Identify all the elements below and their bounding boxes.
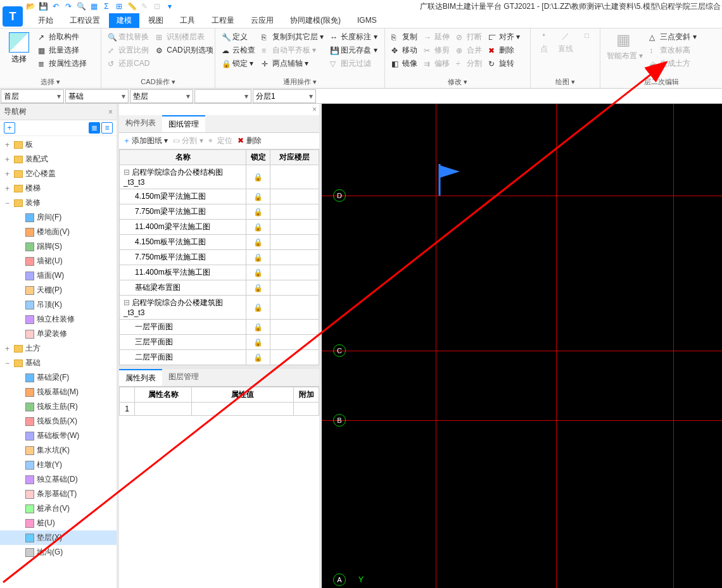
rect-button[interactable]: □ [581, 31, 593, 54]
sum-icon[interactable]: Σ [101, 1, 111, 11]
tree-group[interactable]: +装配式 [0, 152, 117, 166]
menu-start[interactable]: 开始 [30, 13, 61, 28]
break-button[interactable]: ⊘打断 [455, 31, 483, 43]
save-icon[interactable]: 💾 [38, 1, 48, 11]
split-button[interactable]: ÷分割 [455, 58, 483, 70]
locate-button[interactable]: ⌖定位 [208, 135, 232, 146]
more-icon[interactable]: ▾ [165, 1, 175, 11]
tree-group[interactable]: −装修 [0, 196, 117, 210]
align-button[interactable]: ⫍对齐 ▾ [487, 31, 521, 43]
drawing-row[interactable]: ⊟ 启程学院综合办公楼建筑图_t3_t3🔒 [120, 296, 319, 320]
undo-icon[interactable]: ↶ [51, 1, 61, 11]
define-button[interactable]: 🔧定义 [220, 31, 256, 43]
tree-item[interactable]: 墙面(W) [0, 268, 117, 283]
drawing-row[interactable]: 7.750m梁平法施工图🔒 [120, 204, 319, 220]
drawing-row[interactable]: 4.150m板平法施工图🔒 [120, 235, 319, 250]
lock-button[interactable]: 🔒锁定 ▾ [220, 58, 256, 70]
list-view-button[interactable]: ≣ [89, 122, 100, 134]
three-point-slope-button[interactable]: △三点变斜 ▾ [648, 31, 697, 43]
drawing-row[interactable]: 11.400m板平法施工图🔒 [120, 265, 319, 280]
tree-item[interactable]: 垫层(X) [0, 530, 117, 545]
drawing-row[interactable]: ⊟ 启程学院综合办公楼结构图_t3_t3🔒 [120, 165, 319, 189]
tree-item[interactable]: 房间(F) [0, 210, 117, 225]
tree-group[interactable]: +土方 [0, 341, 117, 356]
floor-selector[interactable]: 首层▾ [1, 89, 64, 103]
tree-item[interactable]: 集水坑(K) [0, 443, 117, 458]
tree-item[interactable]: 基础梁(F) [0, 370, 117, 385]
tab-components[interactable]: 构件列表 [119, 115, 162, 132]
edit-icon[interactable]: ✎ [139, 1, 149, 11]
lock-cell[interactable]: 🔒 [246, 204, 270, 220]
point-button[interactable]: •点 [538, 31, 550, 54]
cloud-check-button[interactable]: ☁云检查 [220, 44, 256, 56]
tree-item[interactable]: 踢脚(S) [0, 239, 117, 254]
tree-item[interactable]: 天棚(P) [0, 283, 117, 297]
tab-properties[interactable]: 属性列表 [119, 369, 162, 386]
copy-button[interactable]: ⎘复制 [390, 31, 419, 43]
grid-icon[interactable]: ⊡ [152, 1, 162, 11]
tree-group[interactable]: +楼梯 [0, 181, 117, 196]
smart-layout-button[interactable]: 智能布置 ▾ [605, 50, 644, 62]
tree-item[interactable]: 楼地面(V) [0, 225, 117, 239]
tree-item[interactable]: 桩承台(V) [0, 501, 117, 516]
lock-cell[interactable]: 🔒 [246, 296, 270, 320]
select-by-prop-button[interactable]: ≣按属性选择 [37, 58, 88, 70]
lock-cell[interactable]: 🔒 [246, 320, 270, 335]
find-replace-button[interactable]: 🔍查找替换 [106, 31, 151, 43]
lock-cell[interactable]: 🔒 [246, 220, 270, 235]
drawing-row[interactable]: 一层平面图🔒 [120, 320, 319, 335]
tree-group[interactable]: −基础 [0, 356, 117, 370]
floor-cell[interactable] [270, 235, 319, 250]
drawing-row[interactable]: 基础梁布置图🔒 [120, 280, 319, 296]
floor-cell[interactable] [270, 350, 319, 365]
tab-layers[interactable]: 图层管理 [162, 369, 205, 386]
floor-cell[interactable] [270, 335, 319, 350]
floor-cell[interactable] [270, 220, 319, 235]
tree-item[interactable]: 独立柱装修 [0, 312, 117, 327]
lock-cell[interactable]: 🔒 [246, 165, 270, 189]
menu-view[interactable]: 视图 [141, 13, 171, 28]
tree-item[interactable]: 条形基础(T) [0, 487, 117, 501]
layers-icon[interactable]: ▦ [89, 1, 99, 11]
lock-cell[interactable]: 🔒 [246, 265, 270, 280]
identify-floor-button[interactable]: ⊞识别楼层表 [155, 31, 214, 43]
floor-cell[interactable] [270, 320, 319, 335]
drawing-row[interactable]: 7.750m板平法施工图🔒 [120, 250, 319, 265]
rotate-button[interactable]: ↻旋转 [487, 58, 521, 70]
element-save-button[interactable]: 💾图元存盘 ▾ [329, 44, 378, 56]
set-scale-button[interactable]: ⤢设置比例 [106, 44, 151, 56]
move-button[interactable]: ✥移动 [390, 44, 419, 56]
extend-button[interactable]: →延伸 [422, 31, 451, 43]
floor-cell[interactable] [270, 250, 319, 265]
check-elevation-button[interactable]: ↕查改标高 [648, 44, 697, 56]
drawing-row[interactable]: 4.150m梁平法施工图🔒 [120, 189, 319, 204]
category-selector[interactable]: 基础▾ [65, 89, 129, 103]
auto-align-button[interactable]: ≡自动平齐板 ▾ [260, 44, 325, 56]
offset-button[interactable]: ⇉偏移 [422, 58, 451, 70]
split-drawing-button[interactable]: ▭分割 ▾ [173, 135, 203, 146]
lock-cell[interactable]: 🔒 [246, 250, 270, 265]
menu-tools[interactable]: 工具 [172, 13, 203, 28]
tab-drawings[interactable]: 图纸管理 [162, 115, 205, 132]
tree-item[interactable]: 单梁装修 [0, 327, 117, 341]
redo-icon[interactable]: ↷ [63, 1, 73, 11]
menu-modeling[interactable]: 建模 [109, 13, 139, 28]
zoom-icon[interactable]: 🔍 [76, 1, 86, 11]
two-point-axis-button[interactable]: ✛两点辅轴 ▾ [260, 58, 325, 70]
floor-cell[interactable] [270, 165, 319, 189]
restore-cad-button[interactable]: ↺还原CAD [106, 58, 151, 70]
floor-cell[interactable] [270, 280, 319, 296]
tree-view-button[interactable]: ≡ [101, 122, 113, 134]
menu-cloud[interactable]: 云应用 [243, 13, 281, 28]
tree-item[interactable]: 基础板带(W) [0, 428, 117, 443]
mirror-button[interactable]: ◧镜像 [390, 58, 419, 70]
delete-button[interactable]: ✖删除 [487, 44, 521, 56]
merge-button[interactable]: ⊕合并 [455, 44, 483, 56]
tree-group[interactable]: +板 [0, 137, 117, 152]
tree-item[interactable]: 筏板主筋(R) [0, 399, 117, 414]
layer-selector[interactable]: 分层1▾ [253, 89, 316, 103]
tree-item[interactable]: 筏板负筋(X) [0, 414, 117, 428]
tree-item[interactable]: 桩(U) [0, 516, 117, 530]
floor-cell[interactable] [270, 204, 319, 220]
add-drawing-button[interactable]: ＋添加图纸 ▾ [123, 135, 168, 146]
